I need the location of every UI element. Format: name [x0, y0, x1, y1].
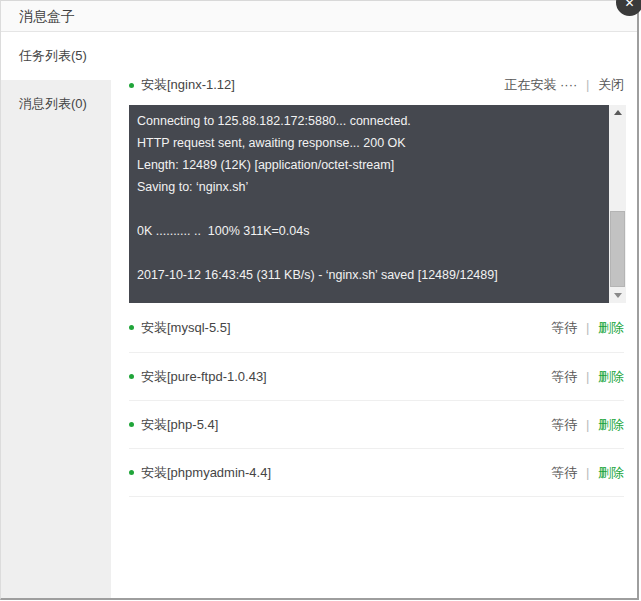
status-text: 等待 — [551, 465, 577, 480]
message-box-dialog: 消息盒子 ✕ 任务列表(5) 消息列表(0) 安装[nginx-1.12] 正在… — [0, 0, 639, 600]
delete-task-link[interactable]: 删除 — [598, 369, 624, 384]
status-text: 等待 — [551, 320, 577, 335]
green-dot-icon — [129, 325, 134, 330]
console-line: Length: 12489 (12K) [application/octet-s… — [137, 154, 601, 176]
task-label: 安装[pure-ftpd-1.0.43] — [129, 368, 267, 386]
dialog-title: 消息盒子 — [19, 8, 75, 24]
task-status: 正在安装 ···· | 关闭 — [504, 76, 624, 94]
task-panel: 安装[nginx-1.12] 正在安装 ···· | 关闭 Connecting… — [111, 32, 637, 598]
delete-task-link[interactable]: 删除 — [598, 417, 624, 432]
task-name: 安装[php-5.4] — [141, 416, 218, 434]
sidebar: 任务列表(5) 消息列表(0) — [1, 32, 111, 598]
separator: | — [586, 465, 589, 480]
console-scrollbar[interactable] — [609, 105, 626, 303]
green-dot-icon — [129, 374, 134, 379]
status-text: 等待 — [551, 369, 577, 384]
task-row-pure-ftpd: 安装[pure-ftpd-1.0.43] 等待 | 删除 — [129, 353, 624, 401]
task-name: 安装[mysql-5.5] — [141, 319, 231, 337]
task-row-mysql: 安装[mysql-5.5] 等待 | 删除 — [129, 303, 624, 353]
scroll-down-arrow-icon[interactable] — [609, 288, 626, 303]
delete-task-link[interactable]: 删除 — [598, 465, 624, 480]
console-line — [137, 242, 601, 264]
task-label: 安装[mysql-5.5] — [129, 319, 231, 337]
status-text: 正在安装 ···· — [504, 77, 577, 92]
separator: | — [586, 417, 589, 432]
console-line: HTTP request sent, awaiting response... … — [137, 132, 601, 154]
console-line: Saving to: ‘nginx.sh’ — [137, 176, 601, 198]
install-console[interactable]: Connecting to 125.88.182.172:5880... con… — [129, 105, 626, 303]
task-row-php: 安装[php-5.4] 等待 | 删除 — [129, 401, 624, 449]
task-label: 安装[php-5.4] — [129, 416, 218, 434]
console-line: 2017-10-12 16:43:45 (311 KB/s) - ‘nginx.… — [137, 264, 601, 286]
task-status: 等待 | 删除 — [551, 319, 624, 337]
dialog-header: 消息盒子 — [1, 1, 637, 32]
separator: | — [586, 320, 589, 335]
green-dot-icon — [129, 422, 134, 427]
task-name: 安装[pure-ftpd-1.0.43] — [141, 368, 267, 386]
close-icon: ✕ — [624, 0, 634, 9]
scrollbar-thumb[interactable] — [610, 211, 625, 287]
green-dot-icon — [129, 83, 134, 88]
separator: | — [586, 369, 589, 384]
task-name: 安装[phpmyadmin-4.4] — [141, 464, 271, 482]
task-row-phpmyadmin: 安装[phpmyadmin-4.4] 等待 | 删除 — [129, 449, 624, 497]
task-label: 安装[nginx-1.12] — [129, 76, 235, 94]
task-status: 等待 | 删除 — [551, 416, 624, 434]
sidebar-item-message-list[interactable]: 消息列表(0) — [1, 80, 111, 128]
task-status: 等待 | 删除 — [551, 464, 624, 482]
separator: | — [586, 77, 589, 92]
task-status: 等待 | 删除 — [551, 368, 624, 386]
green-dot-icon — [129, 470, 134, 475]
sidebar-item-task-list[interactable]: 任务列表(5) — [1, 32, 111, 80]
task-row-nginx: 安装[nginx-1.12] 正在安装 ···· | 关闭 — [129, 68, 624, 102]
console-output: Connecting to 125.88.182.172:5880... con… — [129, 108, 609, 303]
scroll-up-arrow-icon[interactable] — [609, 105, 626, 120]
close-console-link[interactable]: 关闭 — [598, 77, 624, 92]
console-line: 0K .......... .. 100% 311K=0.04s — [137, 220, 601, 242]
console-line: Connecting to 125.88.182.172:5880... con… — [137, 110, 601, 132]
delete-task-link[interactable]: 删除 — [598, 320, 624, 335]
console-line — [137, 198, 601, 220]
task-label: 安装[phpmyadmin-4.4] — [129, 464, 271, 482]
task-name: 安装[nginx-1.12] — [141, 76, 235, 94]
status-text: 等待 — [551, 417, 577, 432]
